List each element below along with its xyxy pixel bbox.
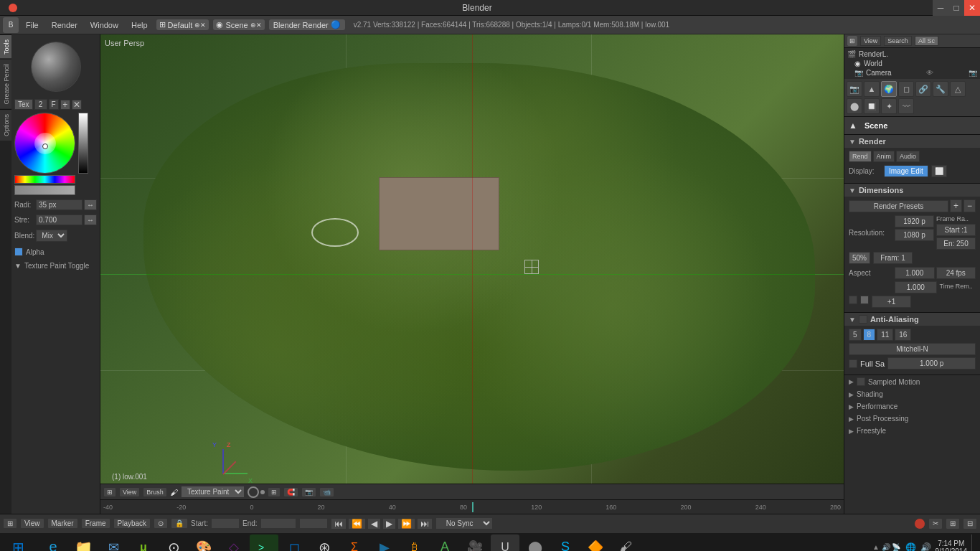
grid-button[interactable]: ⊞ (268, 487, 281, 497)
sampled-motion-section[interactable]: ▶ Sampled Motion (844, 375, 980, 388)
reverse-btn[interactable]: ◀ (367, 518, 381, 529)
view-tab[interactable]: View (860, 36, 881, 46)
menu-window[interactable]: Window (85, 19, 124, 31)
aa-val-btn[interactable]: 1.000 p (887, 357, 976, 369)
taskbar-video[interactable]: 🎥 (461, 534, 489, 552)
jump-end-btn[interactable]: ⏭ (417, 518, 433, 529)
prop-render-btn[interactable]: 📷 (847, 81, 862, 97)
eye-icon[interactable]: 👁 (926, 69, 933, 77)
all-scenes-tab[interactable]: All Sc (915, 36, 938, 46)
taskbar-media[interactable]: ▶ (370, 534, 399, 552)
taskbar-balls[interactable]: ⬤ (521, 534, 550, 552)
taskbar-chrome[interactable]: ⊛ (310, 534, 339, 552)
tex-button[interactable]: Tex (14, 99, 33, 110)
prop-scene-btn[interactable]: ▲ (864, 81, 880, 97)
prop-particles-btn[interactable]: ✦ (881, 98, 897, 114)
timeline-extra3[interactable]: ⊟ (963, 518, 977, 529)
taskbar-ie[interactable]: e (39, 534, 67, 552)
res-y-field[interactable]: 1080 p (895, 229, 934, 241)
minimize-button[interactable]: ─ (933, 0, 948, 16)
tab-tools[interactable]: Tools (0, 34, 11, 59)
taskbar-folder[interactable]: 📁 (69, 534, 98, 552)
prop-world-btn[interactable]: 🌍 (881, 81, 897, 97)
circle-brush-icon[interactable] (248, 486, 259, 498)
color-wheel[interactable] (14, 113, 75, 174)
taskbar-utorrent[interactable]: μ (129, 534, 158, 552)
viewport-icon-btn[interactable]: ⊞ (103, 487, 116, 497)
sampled-motion-checkbox[interactable] (857, 377, 865, 386)
menu-render[interactable]: Render (46, 19, 83, 31)
prop-physics-btn[interactable]: 〰 (898, 98, 914, 114)
display-icon-btn[interactable]: ⬜ (931, 165, 947, 177)
timeline-icon-btn[interactable]: ⊞ (3, 518, 17, 529)
timeline-view[interactable]: View (20, 518, 44, 529)
image-edit-button[interactable]: Image Edit (884, 165, 928, 177)
hue-slider[interactable] (14, 175, 75, 184)
prop-constraint-btn[interactable]: 🔗 (915, 81, 931, 97)
aspect-y-field[interactable]: 1.000 (895, 281, 937, 293)
show-desktop[interactable] (971, 534, 974, 552)
taskbar-unity[interactable]: U (491, 534, 519, 552)
radius-value[interactable]: 35 px (36, 199, 83, 210)
snap-button[interactable]: 🧲 (283, 487, 298, 497)
taskbar-bitcoin[interactable]: ₿ (400, 534, 429, 552)
scene-selector[interactable]: ◉ Scene ⊕✕ (213, 19, 264, 30)
aa-filter-btn[interactable]: Mitchell-N (849, 343, 976, 355)
start-frame-field[interactable]: Start :1 (936, 224, 976, 236)
aspect-x-field[interactable]: 1.000 (895, 267, 935, 279)
search-tab[interactable]: Search (884, 36, 912, 46)
start-frame-input[interactable]: 1 (211, 518, 240, 529)
jump-start-btn[interactable]: ⏮ (331, 518, 347, 529)
timeline-playback[interactable]: Playback (113, 518, 151, 529)
taskbar-skype[interactable]: S (551, 534, 580, 552)
record-button[interactable] (914, 518, 925, 529)
tex-f[interactable]: F (49, 99, 59, 110)
aa-8[interactable]: 8 (863, 329, 876, 341)
tex-number[interactable]: 2 (34, 99, 47, 110)
brightness-slider[interactable] (78, 113, 88, 174)
presets-add-btn[interactable]: + (950, 199, 962, 212)
play-btn[interactable]: ▶ (382, 518, 396, 529)
viewport-3d[interactable]: Z X Y (100, 34, 844, 514)
taskbar-mail[interactable]: ✉ (99, 534, 128, 552)
taskbar-green[interactable]: A (430, 534, 459, 552)
shading-section[interactable]: ▶ Shading (844, 388, 980, 400)
end-frame-input[interactable]: 250 (260, 518, 296, 529)
maximize-button[interactable]: □ (948, 0, 964, 16)
sync-select[interactable]: No Sync (435, 517, 493, 529)
prop-texture-btn[interactable]: 🔲 (864, 98, 880, 114)
performance-section[interactable]: ▶ Performance (844, 400, 980, 413)
freestyle-section[interactable]: ▶ Freestyle (844, 425, 980, 437)
camera-icon-btn[interactable]: 📷 (301, 487, 316, 497)
radius-btn[interactable]: ↔ (84, 199, 97, 210)
aa-checkbox[interactable] (859, 315, 867, 324)
rend-tab[interactable]: Rend (849, 151, 872, 162)
tree-item-renderlayer[interactable]: 🎬 RenderL. (847, 50, 977, 59)
taskbar-vs[interactable]: ◇ (220, 534, 248, 552)
frame-lock-btn[interactable]: 🔒 (171, 518, 188, 529)
viewport[interactable]: User Persp + Z X (100, 34, 844, 514)
aa-5[interactable]: 5 (849, 329, 862, 341)
end-frame-field[interactable]: En: 250 (936, 237, 976, 250)
minus-button[interactable]: ✕ (72, 100, 82, 110)
start-button[interactable]: ⊞ (0, 533, 36, 552)
presets-remove-btn[interactable]: − (963, 199, 976, 212)
taskbar-blender[interactable]: 🔶 (581, 534, 610, 552)
brush-menu[interactable]: Brush (143, 487, 167, 497)
post-processing-section[interactable]: ▶ Post Processing (844, 413, 980, 425)
aa-header[interactable]: ▼ Anti-Aliasing (844, 313, 980, 326)
prop-modifier-btn[interactable]: 🔧 (933, 81, 948, 97)
close-button[interactable]: ✕ (964, 0, 980, 16)
engine-selector[interactable]: Blender Render 🔵 (269, 19, 345, 30)
timeline-frame[interactable]: Frame (81, 518, 110, 529)
frame-rate-field[interactable]: 24 fps (936, 267, 976, 279)
full-sa-checkbox[interactable] (849, 359, 857, 368)
aa-11[interactable]: 11 (877, 329, 893, 341)
dot-brush-icon[interactable] (260, 490, 265, 494)
taskbar-cmd[interactable]: >_ (250, 534, 278, 552)
render-section-header[interactable]: ▼ Render (844, 135, 980, 148)
tab-options[interactable]: Options (0, 109, 11, 141)
aa-16[interactable]: 16 (895, 329, 911, 341)
prev-frame-btn[interactable]: ⏪ (348, 518, 366, 529)
mode-select[interactable]: Texture Paint (181, 486, 245, 498)
